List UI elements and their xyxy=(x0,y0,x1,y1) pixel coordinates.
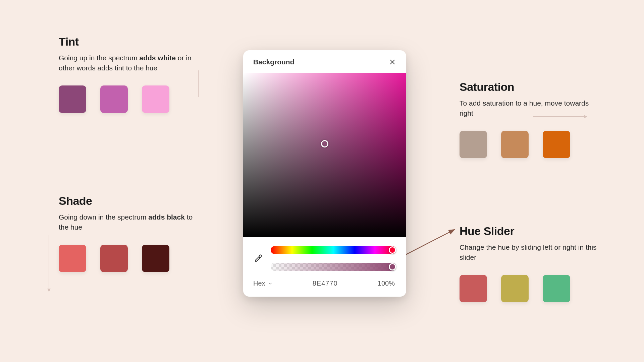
slider-block xyxy=(243,237,406,274)
swatch xyxy=(501,275,529,302)
color-picker-panel: Background Hex 8E4770 100% xyxy=(243,50,406,297)
chevron-down-icon xyxy=(268,281,273,286)
color-format-select[interactable]: Hex xyxy=(253,280,273,287)
picker-header: Background xyxy=(243,50,406,73)
saturation-value-area[interactable] xyxy=(243,73,406,237)
saturation-swatches xyxy=(460,131,600,158)
saturation-title: Saturation xyxy=(460,80,600,94)
swatch xyxy=(501,131,529,158)
tint-title: Tint xyxy=(59,35,200,48)
shade-section: Shade Going down in the spectrum adds bl… xyxy=(59,194,200,272)
swatch xyxy=(142,245,169,272)
saturation-description: To add saturation to a hue, move towards… xyxy=(460,98,600,119)
color-format-label: Hex xyxy=(253,280,265,287)
shade-title: Shade xyxy=(59,194,200,207)
hue-slider-section: Hue Slider Change the hue by sliding lef… xyxy=(460,225,600,302)
alpha-value[interactable]: 100% xyxy=(378,280,395,287)
alpha-thumb[interactable] xyxy=(389,263,396,270)
shade-arrow xyxy=(49,235,49,292)
shade-description: Going down in the spectrum adds black to… xyxy=(59,212,200,233)
tint-arrow xyxy=(198,70,199,97)
tint-swatches xyxy=(59,85,200,113)
swatch xyxy=(59,245,86,272)
shade-swatches xyxy=(59,245,200,272)
eyedropper-icon xyxy=(254,254,263,263)
hex-value[interactable]: 8E4770 xyxy=(313,280,338,287)
saturation-arrow xyxy=(533,116,587,117)
swatch xyxy=(59,85,86,113)
swatch xyxy=(543,131,570,158)
tint-section: Tint Going up in the spectrum adds white… xyxy=(59,35,200,113)
hue-slider-description: Change the hue by sliding left or right … xyxy=(460,242,600,263)
swatch xyxy=(100,245,128,272)
close-button[interactable] xyxy=(388,58,397,66)
hue-slider-title: Hue Slider xyxy=(460,225,600,238)
swatch xyxy=(460,131,487,158)
swatch xyxy=(100,85,128,113)
hue-thumb[interactable] xyxy=(389,246,396,254)
sv-cursor[interactable] xyxy=(321,140,328,147)
saturation-section: Saturation To add saturation to a hue, m… xyxy=(460,80,600,158)
swatch xyxy=(460,275,487,302)
swatch xyxy=(543,275,570,302)
picker-title: Background xyxy=(253,58,294,66)
close-icon xyxy=(389,58,396,66)
swatch xyxy=(142,85,169,113)
value-row: Hex 8E4770 100% xyxy=(243,274,406,297)
hue-swatches xyxy=(460,275,600,302)
eyedropper-button[interactable] xyxy=(253,253,263,263)
hue-slider[interactable] xyxy=(271,246,396,254)
alpha-slider[interactable] xyxy=(271,263,396,271)
tint-description: Going up in the spectrum adds white or i… xyxy=(59,53,200,73)
